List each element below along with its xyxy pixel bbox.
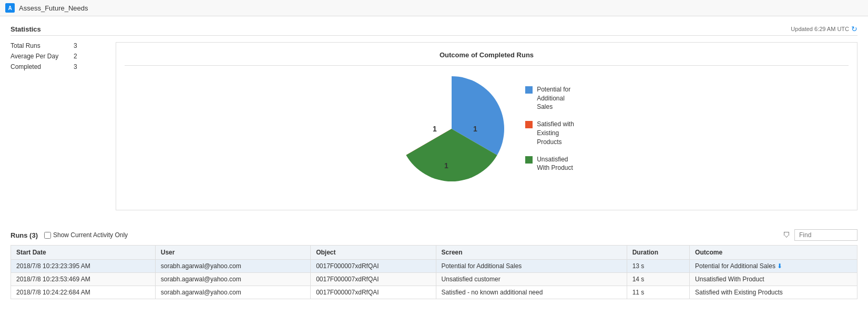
chart-title: Outcome of Completed Runs [125,51,849,59]
pie-chart: 1 1 1 [399,76,504,181]
table-row: 2018/7/8 10:23:23:395 AMsorabh.agarwal@y… [11,260,857,273]
col-user: User [155,246,310,260]
refresh-icon[interactable]: ↻ [851,25,857,33]
col-object: Object [311,246,436,260]
table-cell: 2018/7/8 10:23:53:469 AM [11,273,156,286]
title-bar-text: Assess_Future_Needs [19,4,88,12]
table-cell: 0017F000007xdRfQAI [311,273,436,286]
table-cell: sorabh.agarwal@yahoo.com [155,260,310,273]
updated-area: Updated 6:29 AM UTC ↻ [791,25,857,33]
filter-icon[interactable]: ⛉ [783,231,790,239]
col-outcome: Outcome [690,246,857,260]
find-input[interactable] [794,229,857,241]
stats-header: Statistics Updated 6:29 AM UTC ↻ [11,25,857,33]
stats-content: Total Runs 3 Average Per Day 2 Completed… [11,42,857,210]
table-cell: Potential for Additional Sales ⬇ [690,260,857,273]
stat-row-total-runs: Total Runs 3 [11,42,95,49]
table-cell: 13 s [627,260,689,273]
runs-header-left: Runs (3) Show Current Activity Only [11,231,128,239]
runs-section: Runs (3) Show Current Activity Only ⛉ St… [11,223,857,299]
runs-header-right: ⛉ [783,229,857,241]
table-cell: 2018/7/8 10:23:23:395 AM [11,260,156,273]
pie-label-blue: 1 [473,125,477,133]
legend-text-orange: Satisfied withExistingProducts [537,120,574,146]
legend-color-orange [525,121,533,128]
chart-area: Outcome of Completed Runs [116,42,857,210]
stats-numbers: Total Runs 3 Average Per Day 2 Completed… [11,42,95,210]
pie-chart-svg: 1 1 1 [399,76,504,181]
table-cell: Unsatisfied With Product [690,273,857,286]
pie-label-orange: 1 [444,161,448,170]
col-screen: Screen [436,246,627,260]
chart-container: 1 1 1 Potential forAdditionalSales Satis… [125,76,849,181]
pie-label-green: 1 [433,125,437,133]
statistics-label: Statistics [11,25,41,33]
avg-per-day-value: 2 [74,53,77,60]
table-cell: 11 s [627,286,689,299]
runs-header: Runs (3) Show Current Activity Only ⛉ [11,229,857,241]
completed-label: Completed [11,63,63,70]
avg-per-day-label: Average Per Day [11,53,63,60]
show-current-activity-checkbox[interactable]: Show Current Activity Only [44,231,128,239]
table-cell: Satisfied - no known additional need [436,286,627,299]
completed-value: 3 [74,63,77,70]
col-duration: Duration [627,246,689,260]
app-icon: A [5,3,15,13]
table-cell: 0017F000007xdRfQAI [311,260,436,273]
runs-label: Runs (3) [11,231,38,239]
runs-table: Start Date User Object Screen Duration O… [11,245,857,299]
total-runs-value: 3 [74,42,77,49]
table-cell: 2018/7/8 10:24:22:684 AM [11,286,156,299]
table-cell: 14 s [627,273,689,286]
runs-table-header-row: Start Date User Object Screen Duration O… [11,246,857,260]
show-current-activity-label: Show Current Activity Only [53,231,128,239]
table-cell: 0017F000007xdRfQAI [311,286,436,299]
chart-divider [125,65,849,66]
legend-text-green: UnsatisfiedWith Product [537,155,573,173]
runs-table-body: 2018/7/8 10:23:23:395 AMsorabh.agarwal@y… [11,260,857,299]
table-row: 2018/7/8 10:24:22:684 AMsorabh.agarwal@y… [11,286,857,299]
legend-item-green: UnsatisfiedWith Product [525,155,574,173]
stat-row-avg-per-day: Average Per Day 2 [11,53,95,60]
stats-divider [11,35,857,36]
main-content: Statistics Updated 6:29 AM UTC ↻ Total R… [0,16,868,308]
runs-table-header: Start Date User Object Screen Duration O… [11,246,857,260]
legend-color-green [525,156,533,164]
legend-item-blue: Potential forAdditionalSales [525,85,574,111]
col-start-date: Start Date [11,246,156,260]
table-row: 2018/7/8 10:23:53:469 AMsorabh.agarwal@y… [11,273,857,286]
chart-legend: Potential forAdditionalSales Satisfied w… [525,85,574,172]
legend-color-blue [525,86,533,94]
download-icon[interactable]: ⬇ [777,262,782,270]
show-current-activity-input[interactable] [44,232,51,239]
total-runs-label: Total Runs [11,42,63,49]
table-cell: Satisfied with Existing Products [690,286,857,299]
stat-row-completed: Completed 3 [11,63,95,70]
table-cell: Unsatisfied customer [436,273,627,286]
legend-text-blue: Potential forAdditionalSales [537,85,570,111]
table-cell: Potential for Additional Sales [436,260,627,273]
table-cell: sorabh.agarwal@yahoo.com [155,273,310,286]
title-bar: A Assess_Future_Needs [0,0,868,16]
legend-item-orange: Satisfied withExistingProducts [525,120,574,146]
updated-text: Updated 6:29 AM UTC [791,26,849,32]
table-cell: sorabh.agarwal@yahoo.com [155,286,310,299]
